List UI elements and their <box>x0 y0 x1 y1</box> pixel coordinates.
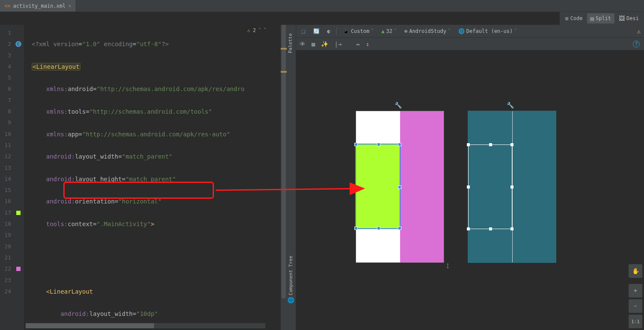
file-tab[interactable]: <> activity_main.xml × <box>0 0 76 12</box>
close-icon[interactable]: × <box>68 3 71 9</box>
editor-horizontal-scrollbar[interactable] <box>26 323 265 328</box>
design-toolbar-top: ❏ 🔄 ◐ 📱 Custom ˅ ▲ 32 ˅ ⊚ AndroidStudy ˅… <box>287 25 644 38</box>
pan-button[interactable]: ✋ <box>629 264 642 278</box>
eye-icon[interactable]: 👁 <box>300 41 306 47</box>
color-swatch-green[interactable] <box>16 211 21 215</box>
scrollbar-thumb[interactable] <box>282 25 286 298</box>
layout-warning-icon[interactable]: ⚠ <box>637 28 641 35</box>
side-tool-strip: Palette 🌐Component Tree <box>287 25 296 330</box>
scrollbar-thumb[interactable] <box>26 323 154 328</box>
gutter: 1 2C 3 4 5 6 7 8 9 10 11 12 13 14 15 16 … <box>0 25 24 330</box>
night-mode-icon[interactable]: ◐ <box>326 27 332 35</box>
rtl-icon[interactable]: |⇥ <box>334 41 341 47</box>
chevron-down-icon[interactable]: ˅ <box>264 27 266 33</box>
split-icon: ▤ <box>591 15 594 22</box>
scrollbar-marker <box>281 71 287 73</box>
warning-count: 2 <box>253 27 256 33</box>
expand-horizontal-icon[interactable]: ↔ <box>356 41 359 47</box>
layout-child-magenta[interactable] <box>400 111 444 262</box>
design-panel: Palette 🌐Component Tree ❏ 🔄 ◐ 📱 Custom ˅… <box>287 25 644 330</box>
view-design-button[interactable]: 🖼Desi <box>615 13 642 24</box>
zoom-controls: ✋ ＋ － 1:1 ⛶ <box>629 264 642 330</box>
zoom-in-button[interactable]: ＋ <box>629 284 642 298</box>
locale-select[interactable]: 🌐 Default (en-us) ˅ <box>457 27 519 35</box>
view-split-button[interactable]: ▤Split <box>587 13 615 24</box>
chevron-up-icon[interactable]: ˄ <box>258 27 261 33</box>
device-preview-blueprint[interactable] <box>468 111 556 262</box>
resize-handle-icon[interactable]: ⤡ <box>443 261 453 271</box>
editor-tabs: <> activity_main.xml × <box>0 0 644 12</box>
chevron-down-icon: ˅ <box>371 28 374 34</box>
design-canvas[interactable]: 🔧 ⤡ 🔧 <box>296 50 644 330</box>
device-select[interactable]: 📱 Custom ˅ <box>341 27 375 35</box>
code-editor[interactable]: 1 2C 3 4 5 6 7 8 9 10 11 12 13 14 15 16 … <box>0 25 287 330</box>
theme-select[interactable]: ⊚ AndroidStudy ˅ <box>403 27 452 35</box>
view-split-label: Split <box>596 15 611 21</box>
scrollbar-marker <box>281 48 287 50</box>
editor-scrollbar[interactable] <box>281 25 287 330</box>
zoom-out-button[interactable]: － <box>629 299 642 313</box>
color-swatch-magenta[interactable] <box>16 267 21 271</box>
palette-tab[interactable]: Palette <box>288 33 293 53</box>
magic-wand-icon[interactable]: ✨ <box>321 41 328 47</box>
class-gutter-icon[interactable]: C <box>15 41 21 47</box>
image-icon: 🖼 <box>619 15 625 22</box>
design-toolbar-second: 👁 ▦ ✨ |⇥ ↔ ↕ ? <box>287 38 644 50</box>
orientation-icon[interactable]: 🔄 <box>312 27 321 35</box>
selection-outline <box>355 144 401 229</box>
xml-file-icon: <> <box>4 3 10 9</box>
help-icon[interactable]: ? <box>633 41 640 47</box>
wrench-icon[interactable]: 🔧 <box>395 102 402 109</box>
component-tree-tab[interactable]: 🌐Component Tree <box>288 256 294 304</box>
chevron-down-icon: ˅ <box>514 28 517 34</box>
chevron-down-icon: ˅ <box>394 28 397 34</box>
api-select[interactable]: ▲ 32 ˅ <box>380 27 398 35</box>
view-code-button[interactable]: ≡Code <box>561 13 586 24</box>
blueprint-selection <box>468 144 512 229</box>
problems-chip[interactable]: ⚠ 2 ˄ ˅ <box>247 27 266 33</box>
view-mode-bar: ≡Code ▤Split 🖼Desi <box>560 12 644 25</box>
wrench-icon[interactable]: 🔧 <box>507 102 514 109</box>
zoom-reset-button[interactable]: 1:1 <box>629 315 642 328</box>
view-code-label: Code <box>570 15 583 21</box>
warning-icon: ⚠ <box>247 27 250 33</box>
file-tab-name: activity_main.xml <box>13 3 65 9</box>
code-area[interactable]: <?xml version="1.0" encoding="utf-8"?> <… <box>24 25 287 330</box>
surfaces-icon[interactable]: ❏ <box>300 26 307 36</box>
view-design-label: Desi <box>626 15 639 21</box>
chevron-down-icon: ˅ <box>448 28 451 34</box>
layout-bounds-icon[interactable]: ▦ <box>312 41 315 47</box>
list-icon: ≡ <box>565 15 568 22</box>
expand-vertical-icon[interactable]: ↕ <box>366 41 369 47</box>
